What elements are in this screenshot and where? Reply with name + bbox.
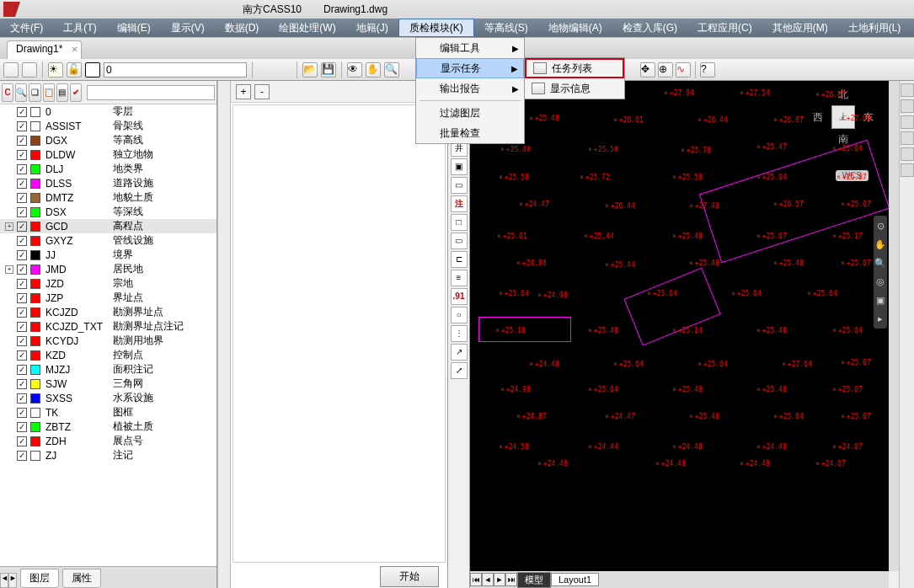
layer-checkbox[interactable]: ✓ [17, 279, 27, 289]
lp-icon[interactable]: C [2, 83, 13, 102]
color-swatch[interactable] [30, 408, 40, 418]
layer-checkbox[interactable]: ✓ [17, 393, 27, 404]
layer-checkbox[interactable]: ✓ [17, 365, 27, 375]
color-swatch[interactable] [30, 236, 40, 246]
document-tab[interactable]: Drawing1*× [7, 40, 82, 59]
color-swatch[interactable] [30, 207, 40, 217]
menu-10[interactable]: 检查入库(G) [612, 19, 687, 37]
color-swatch[interactable] [30, 107, 40, 117]
menu-12[interactable]: 其他应用(M) [762, 19, 838, 37]
nav-bar[interactable]: ⊙ ✋ 🔍 ◎ ▣ ▸ [874, 216, 887, 329]
layer-checkbox[interactable]: ✓ [17, 250, 27, 260]
layer-toggle-icon[interactable]: ☀ [48, 62, 63, 78]
tab-scroll-left[interactable]: ◄ [0, 573, 8, 588]
layer-row[interactable]: +✓GCD高程点 [0, 219, 216, 233]
color-swatch[interactable] [30, 222, 40, 232]
menu-11[interactable]: 工程应用(C) [687, 19, 762, 37]
tab-last[interactable]: ⏭ [505, 573, 517, 586]
close-icon[interactable]: × [72, 43, 78, 56]
vt-icon[interactable]: ▭ [451, 177, 468, 194]
rs-icon[interactable] [901, 131, 914, 145]
layer-row[interactable]: ✓JJ境界 [0, 248, 216, 262]
lp-icon[interactable]: ▤ [56, 83, 68, 102]
move-icon[interactable]: ✥ [640, 62, 655, 78]
vt-icon[interactable]: ≡ [451, 270, 468, 286]
layer-checkbox[interactable]: ✓ [17, 451, 27, 461]
menu-5[interactable]: 绘图处理(W) [269, 19, 345, 37]
layer-row[interactable]: ✓DLJ地类界 [0, 162, 216, 176]
tab-scroll-right[interactable]: ► [8, 573, 17, 588]
layer-filter-input[interactable] [87, 85, 215, 100]
layer-checkbox[interactable]: ✓ [17, 150, 27, 160]
menu-9[interactable]: 地物编辑(A) [538, 19, 612, 37]
layer-checkbox[interactable]: ✓ [17, 136, 27, 146]
color-swatch[interactable] [30, 451, 40, 461]
vertical-scrollbar[interactable] [889, 81, 899, 571]
color-swatch[interactable] [30, 393, 40, 404]
layer-row[interactable]: ✓DSX等深线 [0, 205, 216, 219]
dropdown-item[interactable]: 编辑工具▶ [416, 38, 524, 58]
lp-icon[interactable]: 📋 [43, 83, 55, 102]
layer-row[interactable]: ✓SXSS水系设施 [0, 391, 216, 405]
layer-row[interactable]: ✓KCJZD_TXT勘测界址点注记 [0, 319, 216, 334]
layer-row[interactable]: ✓ZDH展点号 [0, 434, 216, 448]
layer-checkbox[interactable]: ✓ [17, 107, 27, 117]
nav-pan-icon[interactable]: ✋ [874, 236, 886, 253]
layer-checkbox[interactable]: ✓ [17, 350, 27, 361]
color-swatch[interactable] [30, 250, 40, 260]
rs-icon[interactable] [901, 83, 914, 97]
grip-icon[interactable]: ⊕ [658, 62, 673, 78]
vt-icon[interactable]: ○ [451, 307, 468, 323]
color-swatch[interactable] [30, 121, 40, 131]
collapse-button[interactable]: - [254, 84, 270, 99]
find-icon[interactable]: 👁 [347, 62, 362, 78]
expand-icon[interactable]: + [5, 222, 13, 231]
rs-icon[interactable] [901, 99, 914, 113]
color-swatch[interactable] [30, 279, 40, 289]
layer-checkbox[interactable]: ✓ [17, 179, 27, 189]
color-swatch[interactable] [30, 307, 40, 318]
layer-row[interactable]: ✓ZBTZ植被土质 [0, 420, 216, 434]
layer-row[interactable]: ✓KCJZD勘测界址点 [0, 305, 216, 319]
folder-open-icon[interactable]: 📂 [302, 62, 318, 78]
layer-row[interactable]: ✓TK图框 [0, 405, 216, 420]
color-swatch[interactable] [30, 365, 40, 375]
tab-properties[interactable]: 属性 [62, 569, 101, 588]
layer-checkbox[interactable]: ✓ [17, 236, 27, 246]
model-tab[interactable]: 模型 [517, 572, 551, 588]
layer-row[interactable]: ✓MJZJ面积注记 [0, 362, 216, 377]
vt-annotate-icon[interactable]: 注 [451, 195, 468, 212]
nav-compass-icon[interactable]: ⊙ [874, 217, 886, 234]
layer-checkbox[interactable]: ✓ [17, 222, 27, 232]
layer-row[interactable]: ✓GXYZ管线设施 [0, 233, 216, 248]
layer-row[interactable]: ✓KZD控制点 [0, 348, 216, 362]
dropdown-item[interactable]: 过滤图层 [416, 103, 524, 123]
help-icon[interactable]: ? [700, 62, 715, 78]
nav-orbit-icon[interactable]: ◎ [874, 273, 886, 290]
tab-prev[interactable]: ◄ [482, 573, 494, 586]
layer-checkbox[interactable]: ✓ [17, 193, 27, 203]
tool-icon[interactable] [3, 62, 19, 78]
tab-first[interactable]: ⏮ [470, 573, 482, 586]
layer-row[interactable]: ✓DMTZ地貌土质 [0, 190, 216, 205]
menu-13[interactable]: 土地利用(L) [838, 19, 911, 37]
layer-row[interactable]: ✓DLSS道路设施 [0, 176, 216, 190]
layer-row[interactable]: ✓JZD宗地 [0, 276, 216, 291]
layer-checkbox[interactable]: ✓ [17, 307, 27, 318]
layer-checkbox[interactable]: ✓ [17, 336, 27, 346]
color-swatch[interactable] [30, 293, 40, 303]
layer-row[interactable]: ✓ZJ注记 [0, 448, 216, 462]
layer-checkbox[interactable]: ✓ [17, 379, 27, 389]
layer-name-input[interactable] [104, 62, 247, 78]
layer-row[interactable]: ✓JZP界址点 [0, 291, 216, 305]
layer-checkbox[interactable]: ✓ [17, 293, 27, 303]
color-swatch[interactable] [30, 322, 40, 332]
rs-icon[interactable] [901, 163, 914, 177]
layer-checkbox[interactable]: ✓ [17, 121, 27, 131]
layer-checkbox[interactable]: ✓ [17, 322, 27, 332]
layer-row[interactable]: ✓ASSIST骨架线 [0, 119, 216, 133]
vt-icon[interactable]: ↗ [451, 344, 468, 361]
horizontal-scrollbar[interactable]: ⏮ ◄ ► ⏭ 模型 Layout1 [470, 571, 889, 588]
layer-lock-icon[interactable]: 🔓 [67, 62, 82, 78]
color-swatch[interactable] [30, 193, 40, 203]
